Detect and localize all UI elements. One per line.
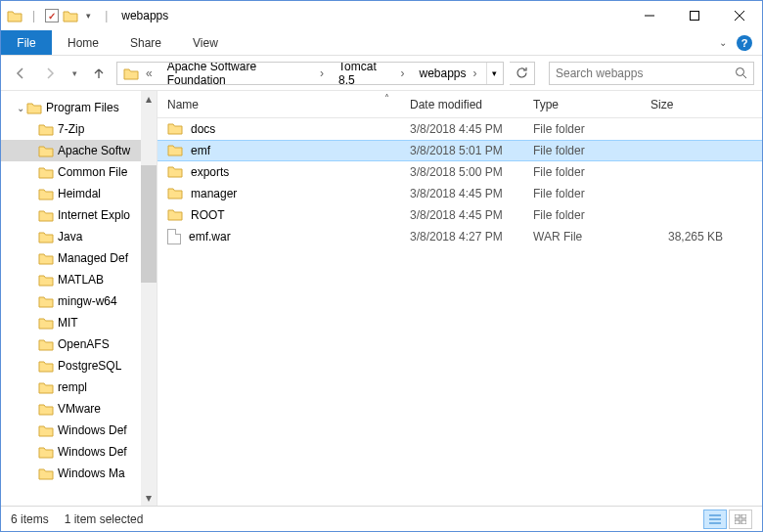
tree-label: Windows Ma (58, 466, 125, 480)
qat-separator-2: | (105, 9, 108, 22)
scrollbar-thumb[interactable] (141, 165, 157, 283)
tree-item[interactable]: PostgreSQL (1, 355, 157, 377)
status-count: 6 items (11, 512, 49, 526)
tree-label: Windows Def (58, 423, 127, 437)
col-name[interactable]: Name˄ (157, 91, 400, 117)
folder-icon (167, 207, 183, 223)
close-button[interactable] (717, 1, 762, 30)
file-row[interactable]: ROOT3/8/2018 4:45 PMFile folder (157, 204, 762, 226)
back-button[interactable] (9, 62, 32, 85)
tree-item[interactable]: Heimdal (1, 183, 157, 204)
qat-dropdown-icon[interactable]: ▾ (82, 11, 95, 21)
file-type: File folder (523, 122, 641, 136)
col-date[interactable]: Date modified (400, 91, 523, 117)
maximize-button[interactable] (672, 1, 717, 30)
col-size[interactable]: Size (641, 91, 739, 117)
refresh-button[interactable] (510, 62, 535, 85)
tree-label: Internet Explo (58, 208, 130, 222)
file-date: 3/8/2018 4:45 PM (400, 187, 523, 200)
ribbon-collapse-icon[interactable]: ⌄ (719, 37, 727, 48)
search-icon[interactable] (728, 66, 753, 79)
tree-item[interactable]: Internet Explo (1, 204, 157, 226)
tree-label: mingw-w64 (58, 294, 117, 308)
minimize-button[interactable] (627, 1, 672, 30)
scroll-up-icon[interactable]: ▴ (146, 91, 152, 107)
file-row[interactable]: exports3/8/2018 5:00 PMFile folder (157, 161, 762, 183)
file-type: File folder (523, 187, 641, 200)
file-date: 3/8/2018 4:45 PM (400, 122, 523, 136)
window-title: webapps (113, 9, 627, 22)
breadcrumb-root-chevron[interactable]: « (143, 66, 156, 80)
folder-icon (38, 402, 54, 416)
breadcrumb-seg-2[interactable]: webapps› (414, 63, 486, 84)
chevron-right-icon[interactable]: › (317, 66, 327, 80)
tree-item[interactable]: rempl (1, 377, 157, 398)
tree-item[interactable]: Common File (1, 161, 157, 183)
file-type: File folder (523, 165, 641, 179)
tree-item[interactable]: Windows Ma (1, 463, 157, 484)
file-icon (167, 229, 181, 244)
tree-label: rempl (58, 380, 87, 394)
breadcrumb-seg-1[interactable]: Tomcat 8.5› (333, 63, 413, 84)
tree-item[interactable]: MATLAB (1, 269, 157, 290)
tree-item[interactable]: Apache Softw (1, 140, 157, 161)
file-list: Name˄ Date modified Type Size docs3/8/20… (157, 91, 762, 506)
qat-folder-icon[interactable] (7, 9, 22, 22)
qat-new-folder-icon[interactable] (63, 9, 78, 22)
tab-share[interactable]: Share (114, 30, 177, 55)
address-history-dropdown[interactable]: ▾ (486, 63, 503, 84)
chevron-right-icon[interactable]: › (398, 66, 408, 80)
file-name: exports (191, 165, 229, 179)
chevron-down-icon[interactable]: ⌄ (15, 103, 26, 113)
qat-checkbox-icon[interactable]: ✓ (45, 9, 59, 22)
tree-item[interactable]: Java (1, 226, 157, 247)
tree-root[interactable]: ⌄Program Files (1, 97, 157, 118)
search-box[interactable] (549, 62, 754, 85)
tree-item[interactable]: mingw-w64 (1, 290, 157, 312)
tree-label: 7-Zip (58, 122, 84, 136)
address-bar[interactable]: « Apache Software Foundation› Tomcat 8.5… (116, 62, 504, 85)
tree-item[interactable]: 7-Zip (1, 118, 157, 140)
file-row[interactable]: docs3/8/2018 4:45 PMFile folder (157, 118, 762, 140)
folder-icon (38, 380, 54, 394)
col-type[interactable]: Type (523, 91, 641, 117)
tab-home[interactable]: Home (52, 30, 114, 55)
folder-icon (38, 423, 54, 437)
forward-button[interactable] (38, 62, 62, 85)
details-view-button[interactable] (703, 510, 727, 529)
tree-item[interactable]: VMware (1, 398, 157, 420)
tree-item[interactable]: Windows Def (1, 420, 157, 441)
help-icon[interactable]: ? (737, 35, 752, 51)
chevron-right-icon[interactable]: › (471, 66, 480, 80)
tree-item[interactable]: Windows Def (1, 441, 157, 463)
scroll-down-icon[interactable]: ▾ (146, 490, 152, 506)
file-date: 3/8/2018 4:45 PM (400, 208, 523, 222)
up-button[interactable] (87, 62, 111, 85)
svg-line-5 (742, 75, 746, 79)
file-row[interactable]: emf3/8/2018 5:01 PMFile folder (157, 140, 762, 161)
breadcrumb-seg-0[interactable]: Apache Software Foundation› (161, 63, 333, 84)
file-type: File folder (523, 144, 641, 157)
sort-asc-icon: ˄ (384, 93, 389, 104)
tree-label: Managed Def (58, 251, 128, 265)
tree-item[interactable]: OpenAFS (1, 333, 157, 355)
file-row[interactable]: emf.war3/8/2018 4:27 PMWAR File38,265 KB (157, 226, 762, 247)
file-name: ROOT (191, 208, 225, 222)
tree-item[interactable]: Managed Def (1, 247, 157, 269)
thumbnails-view-button[interactable] (729, 510, 752, 529)
address-folder-icon (123, 66, 139, 80)
tab-view[interactable]: View (177, 30, 234, 55)
folder-icon (167, 186, 183, 201)
file-date: 3/8/2018 5:00 PM (400, 165, 523, 179)
folder-icon (38, 187, 54, 200)
file-row[interactable]: manager3/8/2018 4:45 PMFile folder (157, 183, 762, 204)
search-input[interactable] (550, 66, 728, 80)
file-tab[interactable]: File (1, 30, 52, 55)
svg-rect-1 (691, 12, 699, 21)
svg-rect-12 (741, 520, 746, 524)
tree-label: Windows Def (58, 445, 127, 459)
tree-scrollbar[interactable]: ▴ ▾ (141, 91, 157, 506)
recent-dropdown[interactable]: ▾ (67, 62, 81, 85)
content-area: ⌄Program Files7-ZipApache SoftwCommon Fi… (1, 91, 762, 506)
tree-item[interactable]: MIT (1, 312, 157, 333)
